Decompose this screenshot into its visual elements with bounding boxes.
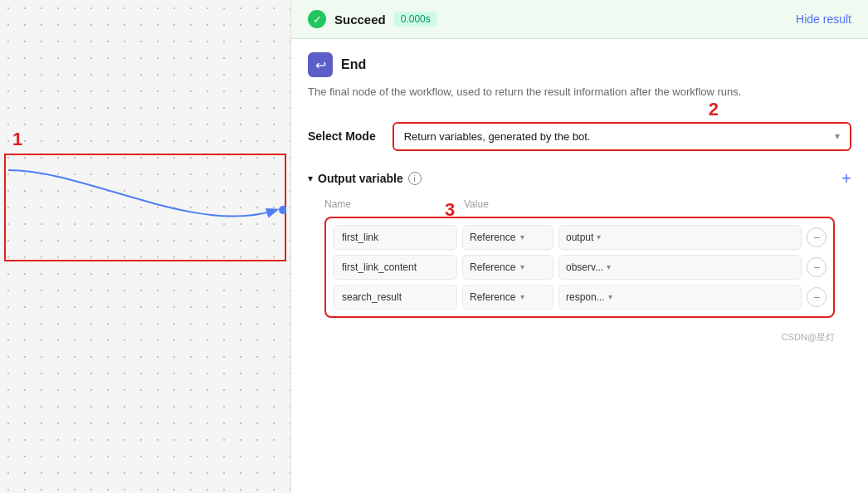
chevron-down-icon: ▾ <box>597 232 601 242</box>
var-type-label: Reference <box>470 232 515 243</box>
var-type-label: Reference <box>470 261 515 273</box>
output-section: ▾ Output variable i + 3 Name Value first… <box>291 159 868 354</box>
output-header: ▾ Output variable i + <box>308 169 851 188</box>
select-mode-value: Return variables, generated by the bot. <box>404 130 591 143</box>
var-value-first-link-content[interactable]: observ... ▾ <box>558 255 802 280</box>
var-value-label: observ... <box>566 261 603 273</box>
var-name-search-result: search_result <box>333 285 457 310</box>
annotation-3: 3 <box>445 199 455 221</box>
chevron-down-icon: ▾ <box>520 262 524 271</box>
table-row: search_result Reference ▾ respon... ▾ − <box>333 285 827 310</box>
var-value-label: output <box>566 232 593 243</box>
var-type-label: Reference <box>470 291 515 303</box>
success-icon: ✓ <box>308 10 326 28</box>
col-name-header: Name <box>324 198 457 210</box>
annotation-2: 2 <box>709 99 719 120</box>
node-description: The final node of the workflow, used to … <box>291 84 868 114</box>
col-headers: Name Value <box>308 195 851 213</box>
add-variable-button[interactable]: + <box>841 169 851 188</box>
chevron-down-icon: ▾ <box>607 262 611 271</box>
col-value-header: Value <box>464 198 489 210</box>
svg-point-1 <box>279 206 286 214</box>
hide-result-button[interactable]: Hide result <box>796 12 851 26</box>
node-title: End <box>341 57 366 72</box>
table-row: first_link Reference ▾ output ▾ − <box>333 225 827 250</box>
annotation-1: 1 <box>12 129 22 150</box>
output-title: Output variable <box>318 172 403 185</box>
var-type-first-link[interactable]: Reference ▾ <box>462 225 553 250</box>
remove-first-link-button[interactable]: − <box>807 227 827 247</box>
time-badge: 0.000s <box>394 12 437 27</box>
node-header: ↩ End <box>291 39 868 84</box>
var-name-first-link: first_link <box>333 225 457 250</box>
select-mode-row: 2 Select Mode Return variables, generate… <box>291 114 868 159</box>
watermark: CSDN@星灯 <box>308 328 851 347</box>
var-value-label: respon... <box>566 291 605 303</box>
var-value-search-result[interactable]: respon... ▾ <box>558 285 802 310</box>
table-row: first_link_content Reference ▾ observ...… <box>333 255 827 280</box>
select-mode-label: Select Mode <box>308 129 376 143</box>
success-bar: ✓ Succeed 0.000s Hide result <box>291 0 868 39</box>
remove-search-result-button[interactable]: − <box>807 287 827 307</box>
chevron-right-icon: ▾ <box>308 173 313 184</box>
select-mode-dropdown-box[interactable]: Return variables, generated by the bot. … <box>393 122 851 151</box>
chevron-down-icon: ▾ <box>608 292 612 301</box>
var-type-search-result[interactable]: Reference ▾ <box>462 285 553 310</box>
curve-svg <box>4 154 286 261</box>
chevron-down-icon: ▾ <box>520 232 524 242</box>
output-header-left: ▾ Output variable i <box>308 172 422 185</box>
canvas-area: 1 <box>0 0 290 493</box>
chevron-down-icon: ▾ <box>520 292 524 301</box>
remove-first-link-content-button[interactable]: − <box>807 257 827 277</box>
var-value-first-link[interactable]: output ▾ <box>558 225 802 250</box>
node-icon: ↩ <box>308 52 333 77</box>
chevron-down-icon: ▾ <box>835 130 840 142</box>
var-name-first-link-content: first_link_content <box>333 255 457 280</box>
var-type-first-link-content[interactable]: Reference ▾ <box>462 255 553 280</box>
right-panel: ✓ Succeed 0.000s Hide result ↩ End The f… <box>290 0 868 493</box>
info-icon[interactable]: i <box>408 172 422 185</box>
variables-box: first_link Reference ▾ output ▾ − first_… <box>324 217 835 318</box>
success-text: Succeed <box>334 12 386 27</box>
